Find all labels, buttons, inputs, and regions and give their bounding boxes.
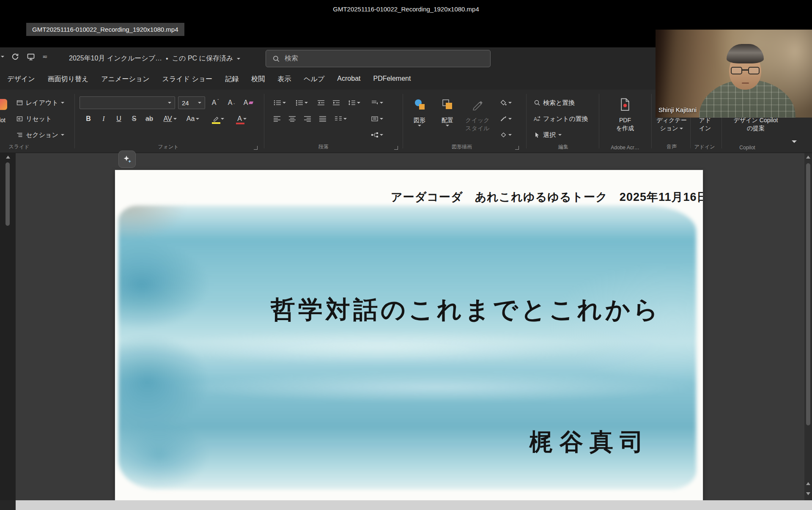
shape-outline-button[interactable] — [496, 112, 516, 125]
character-spacing-button[interactable]: AV — [160, 112, 180, 125]
align-left-button[interactable] — [270, 112, 284, 125]
slide-title-text[interactable]: 哲学対話のこれまでとこれから — [271, 293, 661, 326]
arrange-button[interactable]: 配置 — [435, 95, 460, 126]
search-input[interactable]: 検索 — [266, 50, 491, 67]
previous-slide-button[interactable] — [806, 482, 810, 485]
tab-help[interactable]: ヘルプ — [297, 69, 331, 89]
grow-font-button[interactable]: Aˆ — [208, 96, 222, 109]
start-slideshow-button[interactable] — [26, 52, 36, 61]
change-case-button[interactable]: Aa — [183, 112, 203, 125]
reset-button[interactable]: リセット — [16, 112, 52, 125]
qat-customize-chevron-icon[interactable] — [1, 56, 4, 58]
tab-review[interactable]: 校閲 — [245, 69, 271, 89]
decrease-indent-button[interactable] — [314, 96, 328, 109]
align-text-icon — [371, 116, 379, 122]
vertical-scrollbar — [804, 153, 812, 500]
thumbnail-scrollbar-thumb[interactable] — [5, 162, 10, 226]
paragraph-dialog-launcher[interactable] — [394, 146, 398, 150]
find-replace-button[interactable]: 検索と置換 — [534, 96, 575, 109]
drawing-dialog-launcher[interactable] — [515, 146, 519, 150]
text-direction-button[interactable] — [366, 96, 387, 109]
align-text-button[interactable] — [366, 112, 387, 125]
replace-fonts-button[interactable]: A フォントの置換 — [534, 112, 588, 125]
canvas-copilot-chip[interactable] — [118, 151, 136, 168]
tab-slideshow[interactable]: スライド ショー — [156, 69, 219, 89]
font-dialog-launcher[interactable] — [254, 146, 258, 150]
group-separator — [599, 94, 599, 148]
scroll-up-button[interactable] — [806, 156, 810, 159]
shape-effects-button[interactable] — [496, 129, 516, 141]
arrange-icon — [441, 98, 454, 111]
person-glasses — [731, 67, 760, 75]
tab-design[interactable]: デザイン — [1, 69, 41, 89]
convert-smartart-button[interactable] — [366, 129, 387, 141]
participant-name-label: Shinji Kajitani — [658, 106, 697, 113]
underline-button[interactable]: U — [112, 112, 126, 125]
slide[interactable]: アーダコーダ あれこれゆるゆるトーク 2025年11月16日 哲学対話のこれまで… — [115, 170, 703, 500]
shape-fill-button[interactable] — [496, 96, 516, 109]
scrollbar-thumb[interactable] — [806, 163, 810, 425]
justify-button[interactable] — [315, 112, 330, 125]
recording-filename-chip: GMT20251116-010022_Recording_1920x1080.m… — [26, 23, 184, 36]
increase-indent-button[interactable] — [329, 96, 343, 109]
tab-transitions[interactable]: 画面切り替え — [41, 69, 95, 89]
quick-styles-button[interactable]: クイック スタイル — [462, 95, 493, 132]
numbering-button[interactable] — [292, 96, 311, 109]
document-name[interactable]: 2025年10月 インクルーシブ… — [69, 54, 162, 63]
create-pdf-label-2: を作成 — [616, 125, 634, 132]
acrobat-group-label: Adobe Acr… — [604, 145, 646, 151]
shape-effects-icon — [500, 132, 507, 138]
status-bar — [16, 500, 812, 510]
redo-button[interactable] — [11, 52, 19, 61]
qat-extra-button[interactable]: ≂ — [42, 53, 48, 60]
shape-outline-icon — [500, 115, 507, 122]
strikethrough-ab-button[interactable]: ab — [142, 112, 156, 125]
bold-button[interactable]: B — [81, 112, 96, 125]
tab-record[interactable]: 記録 — [219, 69, 245, 89]
highlighter-icon — [213, 115, 219, 122]
tab-animations[interactable]: アニメーション — [95, 69, 156, 89]
tab-pdfelement[interactable]: PDFelement — [367, 69, 417, 89]
find-icon — [534, 99, 540, 106]
bullets-icon — [274, 100, 281, 106]
text-highlight-button[interactable] — [208, 112, 228, 125]
create-pdf-button[interactable]: PDF を作成 — [609, 95, 641, 132]
strikethrough-button[interactable]: S — [127, 112, 141, 125]
shapes-button[interactable]: 図形 — [407, 95, 432, 126]
slide-author-text[interactable]: 梶谷真司 — [529, 426, 650, 458]
thumbnail-pane-edge — [0, 153, 16, 500]
webcam-video-tile[interactable]: Shinji Kajitani — [656, 30, 812, 118]
group-separator — [651, 94, 652, 148]
thumbnail-scroll-up-button[interactable] — [6, 156, 10, 159]
shape-fill-icon — [500, 99, 507, 106]
tab-view[interactable]: 表示 — [271, 69, 297, 89]
section-button[interactable]: セクション — [16, 129, 64, 141]
document-title: 2025年10月 インクルーシブ… • この PC に保存済み — [69, 54, 240, 63]
font-color-button[interactable]: A — [232, 112, 252, 125]
align-right-button[interactable] — [300, 112, 315, 125]
line-spacing-button[interactable] — [344, 96, 364, 109]
collapse-ribbon-chevron-icon[interactable] — [792, 137, 797, 145]
italic-button[interactable]: I — [96, 112, 111, 125]
align-left-icon — [273, 116, 281, 122]
next-slide-button[interactable] — [806, 492, 810, 495]
columns-button[interactable] — [331, 112, 350, 125]
tab-acrobat[interactable]: Acrobat — [331, 69, 367, 89]
copilot-partial-button[interactable]: ilot — [0, 95, 11, 124]
person-mouth — [742, 82, 749, 84]
bullets-button[interactable] — [270, 96, 289, 109]
layout-button[interactable]: レイアウト — [16, 96, 64, 109]
save-status-chevron-icon[interactable] — [237, 58, 240, 60]
font-name-combobox[interactable] — [80, 96, 175, 109]
slide-header-text[interactable]: アーダコーダ あれこれゆるゆるトーク 2025年11月16日 — [391, 189, 703, 205]
arrange-label: 配置 — [442, 117, 453, 124]
pdf-icon — [620, 98, 631, 111]
font-size-combobox[interactable]: 24 — [178, 96, 205, 109]
drawing-group-label: 図形描画 — [407, 143, 517, 151]
clear-formatting-button[interactable]: A — [241, 96, 255, 109]
search-placeholder: 検索 — [285, 54, 298, 63]
shrink-font-button[interactable]: Aˇ — [224, 96, 239, 109]
select-button[interactable]: 選択 — [534, 129, 562, 141]
align-center-button[interactable] — [285, 112, 299, 125]
save-status[interactable]: この PC に保存済み — [172, 54, 233, 63]
